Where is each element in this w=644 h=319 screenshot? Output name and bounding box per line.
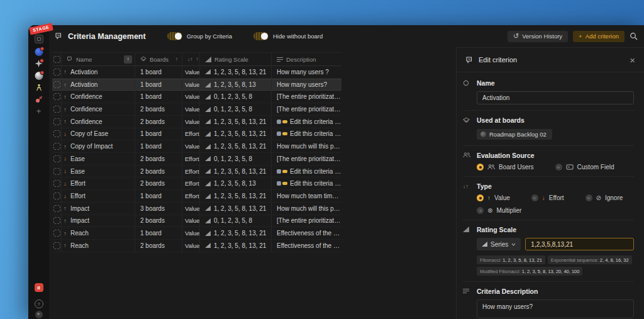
- sort-icon[interactable]: ↑: [196, 56, 199, 62]
- row-checkbox[interactable]: [53, 93, 60, 100]
- name-field[interactable]: [477, 91, 634, 104]
- option-board-users[interactable]: Board Users: [477, 164, 534, 171]
- cell-rating-scale: 1, 2, 3, 5, 8, 13, 21: [200, 116, 272, 128]
- cell-description: Effectiveness of the attra...: [272, 240, 341, 252]
- cell-boards: 1 board: [135, 91, 182, 103]
- option-ignore[interactable]: ⊘ Ignore: [586, 194, 623, 201]
- table-row[interactable]: ↓Ease2 boardsEffort0, 1, 2, 3, 5, 8[The …: [52, 153, 341, 165]
- search-icon[interactable]: [630, 32, 638, 40]
- column-label: Description: [286, 56, 316, 63]
- select-all-checkbox[interactable]: [53, 56, 60, 63]
- arrow-up-icon: ↑: [62, 205, 69, 211]
- column-header-type[interactable]: ↓↑ ↑: [182, 53, 200, 65]
- row-checkbox[interactable]: [53, 118, 60, 125]
- option-value[interactable]: ↑ Value: [477, 194, 510, 201]
- row-checkbox[interactable]: [53, 217, 60, 224]
- row-checkbox[interactable]: [53, 205, 60, 212]
- row-checkbox[interactable]: [53, 106, 60, 113]
- row-checkbox[interactable]: [53, 168, 60, 175]
- table-row[interactable]: ↑Activation1 boardValue1, 2, 3, 5, 8, 13…: [52, 79, 341, 91]
- table-row[interactable]: ↑Impact3 boardsValue1, 2, 3, 5, 8, 13, 2…: [52, 203, 341, 215]
- table-row[interactable]: ↓Effort2 boardsEffort1, 2, 3, 5, 8, 13Ed…: [52, 177, 341, 190]
- sort-asc-button[interactable]: ↑: [124, 55, 132, 64]
- arrow-down-icon: ↓: [62, 155, 69, 162]
- cell-name: ↑Impact: [62, 215, 135, 227]
- type-sort-icon: ↓↑: [463, 182, 477, 214]
- option-effort[interactable]: ↓ Effort: [531, 194, 564, 201]
- criteria-table: Name ↑ Boards ↑ ↓↑ ↑: [52, 52, 341, 252]
- series-dropdown[interactable]: Series: [477, 238, 521, 250]
- table-row[interactable]: ↓Ease2 boardsEffort1, 2, 3, 5, 8, 13, 21…: [52, 165, 341, 178]
- workspace-spark-icon[interactable]: [35, 60, 43, 67]
- cell-name: ↑Activation: [62, 66, 135, 78]
- screen-record-icon[interactable]: [35, 311, 43, 318]
- radio-selected[interactable]: [477, 164, 484, 171]
- workspace-sphere-icon[interactable]: [35, 72, 43, 80]
- radio-selected[interactable]: [477, 194, 484, 201]
- rating-scale-input[interactable]: [525, 238, 634, 250]
- row-checkbox[interactable]: [53, 143, 60, 150]
- cell-description: Effectiveness of the attra...: [272, 227, 341, 239]
- hide-without-board-toggle[interactable]: [253, 32, 269, 40]
- workspace-person-icon[interactable]: [35, 84, 43, 92]
- workspace-logo-icon[interactable]: [35, 35, 43, 43]
- close-icon[interactable]: ×: [630, 55, 635, 65]
- table-row[interactable]: ↑Confidence1 boardValue0, 1, 2, 3, 5, 8[…: [52, 91, 341, 103]
- table-row[interactable]: ↑Reach2 boardsValue1, 2, 3, 5, 8, 13, 21…: [52, 240, 341, 252]
- panel-header: Edit criterion ×: [457, 48, 644, 72]
- used-at-boards-label: Used at boards: [477, 116, 634, 124]
- feedback-icon[interactable]: il: [35, 283, 43, 292]
- table-row[interactable]: ↑Reach1 boardValue1, 2, 3, 5, 8, 13, 21E…: [52, 227, 341, 240]
- table-row[interactable]: ↑Confidence2 boardsValue1, 2, 3, 5, 8, 1…: [52, 116, 341, 128]
- suggestion-exponential[interactable]: Exponential sequence: 2, 4, 8, 16, 32: [548, 255, 632, 264]
- table-row[interactable]: ↓Copy of Ease1 boardEffort1, 2, 3, 5, 8,…: [52, 128, 341, 141]
- row-checkbox[interactable]: [53, 81, 60, 88]
- cell-description: How much will this projec...: [272, 140, 341, 152]
- row-checkbox[interactable]: [53, 193, 60, 199]
- option-multiplier[interactable]: ⊗ Multiplier: [477, 207, 521, 214]
- column-header-name[interactable]: Name ↑: [62, 53, 135, 65]
- suggestion-modified-fibonacci[interactable]: Modified Fibonacci: 1, 2, 3, 5, 8, 13, 2…: [477, 267, 582, 276]
- arrow-up-icon: ↑: [62, 69, 69, 75]
- desktop-background: STAGE + il ? Criteria Management: [0, 0, 644, 319]
- suggestion-fibonacci[interactable]: Fibonacci: 1, 2, 3, 5, 8, 13, 21: [477, 255, 545, 264]
- row-checkbox[interactable]: [53, 180, 60, 187]
- workspace-blue-icon[interactable]: [35, 48, 43, 56]
- row-checkbox[interactable]: [53, 242, 60, 249]
- radio[interactable]: [555, 164, 562, 171]
- board-chip[interactable]: Roadmap Backlog 02: [477, 129, 552, 140]
- column-label: Boards: [150, 56, 169, 63]
- cell-name: ↓Effort: [62, 177, 135, 189]
- column-header-description[interactable]: Description: [272, 53, 341, 65]
- row-checkbox[interactable]: [53, 230, 60, 237]
- row-checkbox[interactable]: [53, 69, 60, 76]
- version-history-button[interactable]: ↺ Version History: [508, 31, 568, 42]
- radio[interactable]: [586, 194, 592, 201]
- table-row[interactable]: ↑Copy of Impact1 boardValue1, 2, 3, 5, 8…: [52, 140, 341, 153]
- table-row[interactable]: ↑Impact2 boardsValue0, 1, 2, 3, 5, 8[The…: [52, 215, 341, 228]
- sort-icon[interactable]: ↑: [175, 56, 178, 62]
- row-checkbox[interactable]: [53, 130, 60, 137]
- evaluation-source-label: Evaluation Source: [477, 152, 634, 159]
- group-by-criteria-toggle[interactable]: [167, 32, 182, 40]
- table-row[interactable]: ↓Effort1 boardEffort1, 2, 3, 5, 8, 13, 2…: [52, 190, 341, 203]
- cell-rating-scale: 1, 2, 3, 5, 8, 13, 21: [200, 227, 272, 239]
- radio[interactable]: [477, 207, 484, 214]
- column-header-boards[interactable]: Boards ↑: [135, 53, 182, 65]
- radio[interactable]: [531, 194, 538, 201]
- column-header-rating-scale[interactable]: Rating Scale: [200, 53, 272, 65]
- rating-scale-icon: [205, 57, 211, 62]
- option-custom-field[interactable]: Custom Field: [555, 164, 614, 171]
- workspace-dart-icon[interactable]: [35, 96, 43, 103]
- help-icon[interactable]: ?: [35, 299, 43, 308]
- cell-description: How much team time will ...: [272, 190, 341, 202]
- add-workspace-icon[interactable]: +: [36, 107, 42, 115]
- row-checkbox[interactable]: [53, 155, 60, 162]
- table-row[interactable]: ↑Activation1 boardValue1, 2, 3, 5, 8, 13…: [52, 66, 341, 79]
- app-window: STAGE + il ? Criteria Management: [28, 25, 644, 319]
- add-criterion-button[interactable]: + Add criterion: [573, 31, 625, 42]
- criteria-description-field[interactable]: How many users?: [477, 299, 634, 318]
- cell-rating-scale: 0, 1, 2, 3, 5, 8: [200, 103, 272, 115]
- table-row[interactable]: ↑Confidence2 boardsValue0, 1, 2, 3, 5, 8…: [52, 103, 341, 116]
- arrow-up-icon: ↑: [62, 143, 69, 150]
